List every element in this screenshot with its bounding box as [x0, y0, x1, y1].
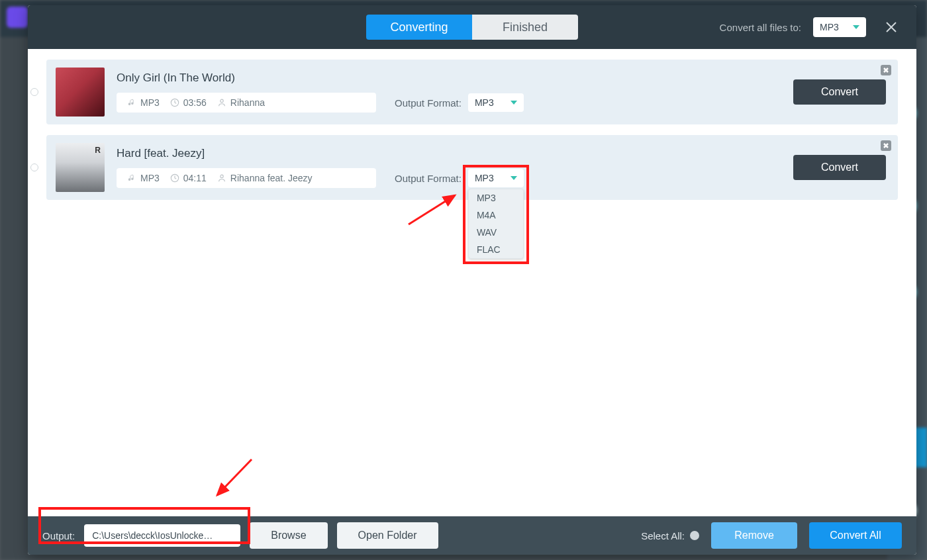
- album-art: [56, 68, 105, 117]
- format-option[interactable]: M4A: [469, 207, 523, 224]
- close-icon: [883, 143, 889, 148]
- close-icon: [885, 21, 897, 33]
- convert-all-label: Convert all files to:: [720, 22, 801, 33]
- track-list: Only Girl (In The World) MP3 03:56: [28, 49, 916, 516]
- album-art: [56, 143, 105, 192]
- convert-all-button[interactable]: Convert All: [809, 522, 902, 549]
- toggle-dot: [690, 531, 699, 540]
- remove-track-button[interactable]: [881, 65, 891, 75]
- output-format-select[interactable]: MP3: [468, 169, 524, 187]
- select-all-toggle[interactable]: Select All:: [641, 530, 699, 541]
- chevron-down-icon: [511, 176, 517, 180]
- close-icon: [883, 68, 889, 73]
- convert-button[interactable]: Convert: [793, 155, 886, 180]
- music-note-icon: [127, 98, 136, 107]
- chevron-down-icon: [511, 101, 517, 105]
- track-row: Only Girl (In The World) MP3 03:56: [46, 60, 898, 124]
- browse-button[interactable]: Browse: [250, 522, 327, 549]
- output-path-field[interactable]: C:\Users\decck\IosUnlocke…: [84, 524, 240, 547]
- close-button[interactable]: [878, 14, 904, 40]
- track-artist: Rihanna feat. Jeezy: [230, 173, 313, 183]
- tab-finished[interactable]: Finished: [472, 15, 578, 40]
- svg-point-3: [220, 175, 223, 177]
- track-artist: Rihanna: [230, 97, 265, 108]
- output-format-label: Output Format:: [395, 173, 462, 184]
- track-title: Only Girl (In The World): [117, 71, 793, 85]
- track-meta: MP3 04:11 Rihanna feat. Jeezy: [117, 168, 376, 188]
- track-select-radio[interactable]: [30, 88, 38, 96]
- clock-icon: [170, 98, 179, 107]
- convert-button[interactable]: Convert: [793, 79, 886, 105]
- track-row: Hard [feat. Jeezy] MP3 04:11: [46, 135, 898, 200]
- svg-point-1: [220, 99, 223, 102]
- track-select-radio[interactable]: [30, 163, 38, 171]
- person-icon: [217, 98, 226, 107]
- music-note-icon: [127, 173, 136, 183]
- format-option[interactable]: FLAC: [469, 241, 523, 258]
- footer: Output: C:\Users\decck\IosUnlocke… Brows…: [28, 516, 916, 555]
- clock-icon: [170, 173, 179, 183]
- select-all-label: Select All:: [641, 530, 685, 541]
- format-dropdown: MP3 M4A WAV FLAC: [468, 189, 524, 259]
- format-option[interactable]: WAV: [469, 224, 523, 241]
- remove-track-button[interactable]: [881, 140, 891, 151]
- track-title: Hard [feat. Jeezy]: [117, 147, 793, 160]
- output-label: Output:: [42, 530, 75, 541]
- track-duration: 03:56: [183, 97, 207, 108]
- output-format-value: MP3: [475, 173, 494, 183]
- track-format: MP3: [140, 173, 160, 183]
- format-option[interactable]: MP3: [469, 189, 523, 207]
- convert-all-value: MP3: [820, 22, 839, 32]
- track-meta: MP3 03:56 Rihanna: [117, 93, 376, 113]
- converter-modal: Converting Finished Convert all files to…: [28, 5, 916, 555]
- tab-bar: Converting Finished: [366, 15, 578, 40]
- chevron-down-icon: [853, 25, 859, 29]
- person-icon: [217, 173, 226, 183]
- remove-button[interactable]: Remove: [711, 522, 797, 549]
- tab-converting[interactable]: Converting: [366, 15, 472, 40]
- track-duration: 04:11: [183, 173, 207, 183]
- header: Converting Finished Convert all files to…: [28, 5, 916, 49]
- open-folder-button[interactable]: Open Folder: [337, 522, 438, 549]
- output-format-select[interactable]: MP3: [468, 93, 524, 112]
- output-format-label: Output Format:: [395, 97, 462, 109]
- convert-all-select[interactable]: MP3: [813, 17, 866, 37]
- output-format-value: MP3: [475, 97, 494, 108]
- track-format: MP3: [140, 97, 160, 108]
